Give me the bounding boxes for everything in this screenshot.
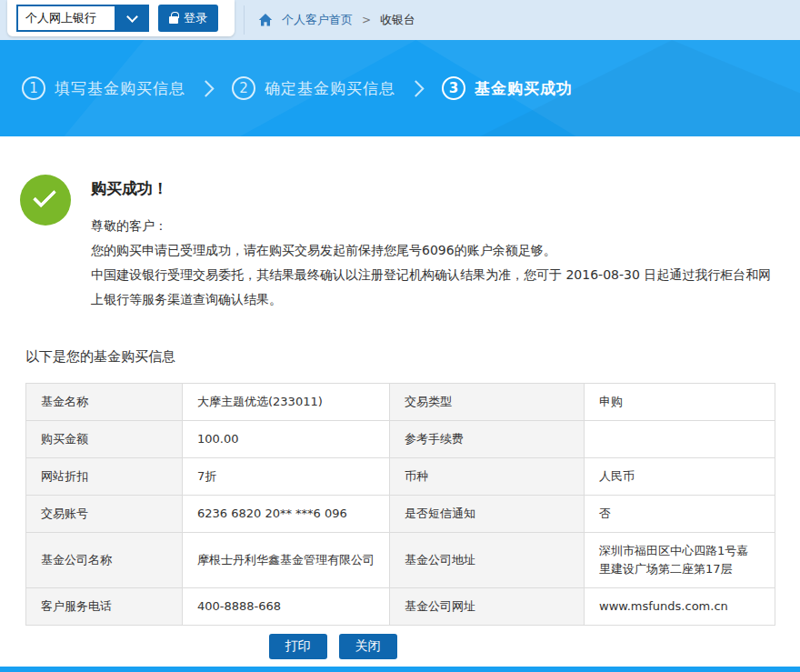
table-row: 购买金额 100.00 参考手续费 [26, 421, 775, 458]
steps-row: 1 填写基金购买信息 2 确定基金购买信息 3 基金购买成功 [0, 40, 800, 136]
table-row: 交易账号 6236 6820 20** ***6 096 是否短信通知 否 [26, 496, 775, 533]
cell-value: 申购 [585, 384, 775, 421]
breadcrumb-current: 收银台 [380, 12, 415, 28]
cell-value: 深圳市福田区中心四路1号嘉里建设广场第二座第17层 [585, 533, 775, 588]
cell-value: 摩根士丹利华鑫基金管理有限公司 [183, 533, 390, 588]
cell-label: 网站折扣 [26, 458, 183, 496]
success-section: 购买成功！ 尊敬的客户： 您的购买申请已受理成功，请在购买交易发起前保持您尾号6… [20, 171, 789, 312]
cell-value: 400-8888-668 [183, 588, 390, 626]
cell-value: 100.00 [183, 421, 390, 458]
step-1-number: 1 [22, 76, 45, 100]
step-2-label: 确定基金购买信息 [265, 78, 395, 99]
purchase-details-table: 基金名称 大摩主题优选(233011) 交易类型 申购 购买金额 100.00 … [25, 383, 775, 626]
login-button[interactable]: 登录 [158, 5, 218, 32]
footer-strip [0, 667, 800, 672]
cell-label: 基金公司地址 [390, 533, 585, 588]
cell-value: 7折 [183, 458, 390, 496]
cell-label: 交易类型 [390, 384, 585, 421]
breadcrumb-separator: > [362, 14, 371, 26]
step-2-confirm-info: 2 确定基金购买信息 [232, 76, 395, 100]
cell-label: 购买金额 [26, 421, 183, 458]
step-3-success: 3 基金购买成功 [442, 76, 573, 100]
steps-banner: 1 填写基金购买信息 2 确定基金购买信息 3 基金购买成功 [0, 40, 800, 136]
success-line2: 中国建设银行受理交易委托，其结果最终确认以注册登记机构确认结果为准，您可于 20… [91, 263, 782, 312]
login-panel: 个人网上银行 登录 [7, 0, 235, 36]
check-icon [33, 184, 56, 207]
cell-value: www.msfunds.com.cn [585, 588, 775, 626]
cell-label: 基金名称 [26, 384, 183, 421]
cell-value: 6236 6820 20** ***6 096 [183, 496, 390, 533]
table-row: 客户服务电话 400-8888-668 基金公司网址 www.msfunds.c… [26, 588, 775, 626]
breadcrumb-home-link[interactable]: 个人客户首页 [282, 12, 353, 28]
success-line1: 您的购买申请已受理成功，请在购买交易发起前保持您尾号6096的账户余额足够。 [91, 238, 782, 263]
cell-label: 交易账号 [26, 496, 183, 533]
table-row: 基金名称 大摩主题优选(233011) 交易类型 申购 [26, 384, 775, 421]
channel-select[interactable]: 个人网上银行 [16, 5, 149, 32]
print-button[interactable]: 打印 [269, 634, 327, 659]
step-separator-icon [197, 80, 214, 96]
channel-select-dropdown-button[interactable] [115, 5, 149, 32]
topbar-divider [244, 5, 245, 35]
chevron-down-icon [126, 11, 138, 23]
step-2-number: 2 [232, 76, 255, 100]
cell-value: 大摩主题优选(233011) [183, 384, 390, 421]
cell-label: 基金公司名称 [26, 533, 183, 588]
channel-select-value: 个人网上银行 [16, 5, 115, 32]
cell-label: 是否短信通知 [390, 496, 585, 533]
cell-label: 基金公司网址 [390, 588, 585, 626]
step-1-label: 填写基金购买信息 [55, 78, 185, 99]
breadcrumb: 个人客户首页 > 收银台 [258, 0, 415, 40]
cell-label: 参考手续费 [390, 421, 585, 458]
lock-icon [169, 16, 178, 24]
table-row: 基金公司名称 摩根士丹利华鑫基金管理有限公司 基金公司地址 深圳市福田区中心四路… [26, 533, 775, 588]
login-button-label: 登录 [184, 10, 207, 26]
success-message: 购买成功！ 尊敬的客户： 您的购买申请已受理成功，请在购买交易发起前保持您尾号6… [91, 171, 789, 312]
cell-value [585, 421, 775, 458]
cell-label: 币种 [390, 458, 585, 496]
step-1-fill-info: 1 填写基金购买信息 [22, 76, 185, 100]
table-row: 网站折扣 7折 币种 人民币 [26, 458, 775, 496]
success-title: 购买成功！ [91, 178, 782, 199]
success-greeting: 尊敬的客户： [91, 214, 782, 238]
step-3-label: 基金购买成功 [475, 78, 573, 99]
action-buttons: 打印 关闭 [0, 634, 733, 659]
step-separator-icon [407, 80, 424, 96]
details-section-title: 以下是您的基金购买信息 [25, 348, 175, 366]
home-icon[interactable] [258, 13, 273, 27]
cell-label: 客户服务电话 [26, 588, 183, 626]
cell-value: 否 [585, 496, 775, 533]
cell-value: 人民币 [585, 458, 775, 496]
success-check-icon [20, 175, 71, 226]
close-button[interactable]: 关闭 [339, 634, 397, 659]
step-3-number: 3 [442, 76, 465, 100]
top-bar: 个人网上银行 登录 个人客户首页 > 收银台 [0, 0, 800, 40]
